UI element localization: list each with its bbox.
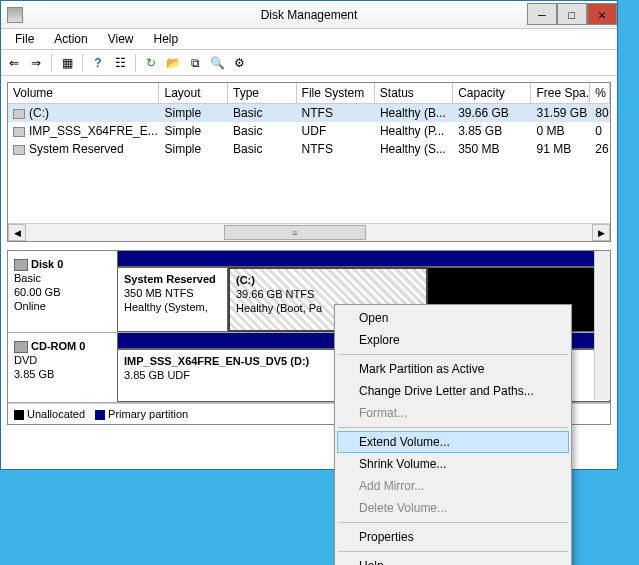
volume-row[interactable]: (C:) Simple Basic NTFS Healthy (B... 39.… [8,104,610,122]
col-filesystem[interactable]: File System [297,83,375,103]
col-type[interactable]: Type [228,83,297,103]
menu-view[interactable]: View [98,30,144,48]
legend-swatch-primary [95,410,105,420]
scroll-thumb[interactable]: ≡ [224,225,366,240]
window-title: Disk Management [1,8,617,22]
forward-icon[interactable]: ⇒ [27,54,45,72]
back-icon[interactable]: ⇐ [5,54,23,72]
menu-file[interactable]: File [5,30,44,48]
rescan-icon[interactable]: 📂 [164,54,182,72]
drive-icon [13,127,25,137]
ctx-mark-active[interactable]: Mark Partition as Active [337,358,569,380]
disk-icon [14,259,28,271]
volume-list: Volume Layout Type File System Status Ca… [7,82,611,242]
disk-header[interactable]: CD-ROM 0 DVD 3.85 GB [8,333,118,402]
properties-icon[interactable]: ☷ [111,54,129,72]
ctx-open[interactable]: Open [337,307,569,329]
disk-header[interactable]: Disk 0 Basic 60.00 GB Online [8,251,118,332]
column-headers: Volume Layout Type File System Status Ca… [8,83,610,104]
col-free[interactable]: Free Spa... [531,83,590,103]
help-icon[interactable]: ? [89,54,107,72]
col-layout[interactable]: Layout [159,83,228,103]
action3-icon[interactable]: ⚙ [230,54,248,72]
drive-icon [13,109,25,119]
v-scrollbar[interactable] [594,251,610,400]
show-hide-icon[interactable]: ▦ [58,54,76,72]
close-button[interactable]: ✕ [587,3,617,25]
col-status[interactable]: Status [375,83,453,103]
legend-swatch-unallocated [14,410,24,420]
ctx-explore[interactable]: Explore [337,329,569,351]
refresh-icon[interactable]: ↻ [142,54,160,72]
h-scrollbar[interactable]: ◀ ≡ ▶ [8,223,610,241]
cdrom-icon [14,341,28,353]
drive-icon [13,145,25,155]
minimize-button[interactable]: — [527,3,557,25]
ctx-delete-volume[interactable]: Delete Volume... [337,497,569,519]
titlebar[interactable]: Disk Management — ☐ ✕ [1,1,617,29]
ctx-add-mirror[interactable]: Add Mirror... [337,475,569,497]
ctx-change-letter[interactable]: Change Drive Letter and Paths... [337,380,569,402]
ctx-format[interactable]: Format... [337,402,569,424]
scroll-left-icon[interactable]: ◀ [8,224,26,241]
ctx-extend-volume[interactable]: Extend Volume... [337,431,569,453]
toolbar: ⇐ ⇒ ▦ ? ☷ ↻ 📂 ⧉ 🔍 ⚙ [1,50,617,76]
volume-row[interactable]: System Reserved Simple Basic NTFS Health… [8,140,610,158]
ctx-help[interactable]: Help [337,555,569,565]
menu-help[interactable]: Help [144,30,189,48]
partition-system-reserved[interactable]: System Reserved 350 MB NTFS Healthy (Sys… [118,267,228,332]
ctx-shrink-volume[interactable]: Shrink Volume... [337,453,569,475]
disk-stripe [118,251,610,267]
ctx-properties[interactable]: Properties [337,526,569,548]
menu-action[interactable]: Action [44,30,97,48]
action2-icon[interactable]: 🔍 [208,54,226,72]
col-capacity[interactable]: Capacity [453,83,531,103]
maximize-button[interactable]: ☐ [557,3,587,25]
col-volume[interactable]: Volume [8,83,159,103]
volume-row[interactable]: IMP_SSS_X64FRE_E... Simple Basic UDF Hea… [8,122,610,140]
action1-icon[interactable]: ⧉ [186,54,204,72]
col-percent[interactable]: % [590,83,610,103]
scroll-right-icon[interactable]: ▶ [592,224,610,241]
menubar: File Action View Help [1,29,617,50]
context-menu: Open Explore Mark Partition as Active Ch… [334,304,572,565]
app-icon [7,7,23,23]
